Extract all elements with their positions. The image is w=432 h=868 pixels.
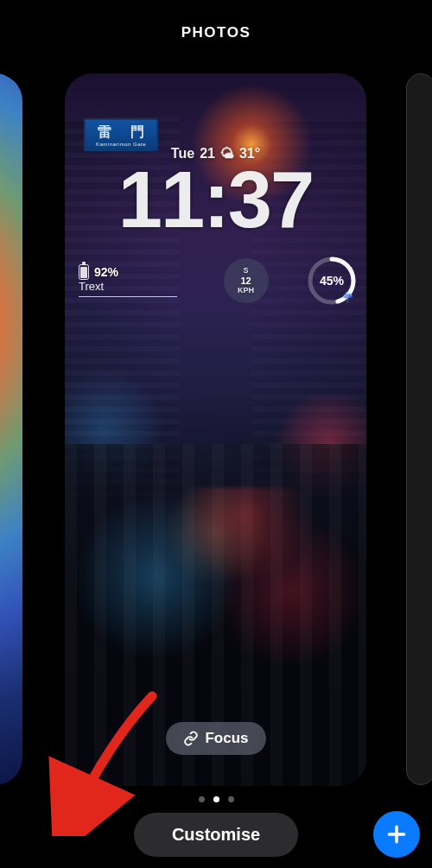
wind-unit: KPH [238,286,254,295]
ring-widget: 45% ☔ [306,255,358,307]
customise-button[interactable]: Customise [134,813,298,857]
page-dot [228,796,234,802]
wallpaper-gallery-screen: PHOTOS 雷 門 Kaminarimon Gate Tue 21 🌤 31°… [0,0,432,868]
wind-speed: 12 [240,276,251,287]
wind-widget: S 12 KPH [224,258,269,303]
sign-kanji: 門 [130,124,145,142]
battery-label: Trext [79,280,177,297]
wind-direction: S [243,266,248,275]
wallpaper-card-next[interactable] [406,73,432,785]
plus-icon [385,823,408,846]
umbrella-icon: ☔ [342,292,354,303]
page-dot-active [213,796,219,802]
gallery-category-title: PHOTOS [0,24,432,41]
focus-label: Focus [205,730,248,747]
sign-kanji: 雷 [98,124,112,142]
battery-percent: 92% [94,265,118,279]
add-wallpaper-button[interactable] [373,811,420,858]
bottom-action-bar: Customise [0,811,432,858]
wallpaper-card-current[interactable]: 雷 門 Kaminarimon Gate Tue 21 🌤 31° 11:37 … [65,73,366,786]
battery-icon [79,264,89,280]
lockscreen-time: 11:37 [65,160,366,239]
link-icon [182,731,198,746]
page-dot [199,796,205,802]
focus-button[interactable]: Focus [165,722,265,755]
page-indicator [0,796,432,802]
battery-widget: 92% Trext [73,264,186,297]
lockscreen-widgets: 92% Trext S 12 KPH 45% ☔ [73,255,358,307]
wallpaper-card-prev[interactable] [0,73,22,785]
